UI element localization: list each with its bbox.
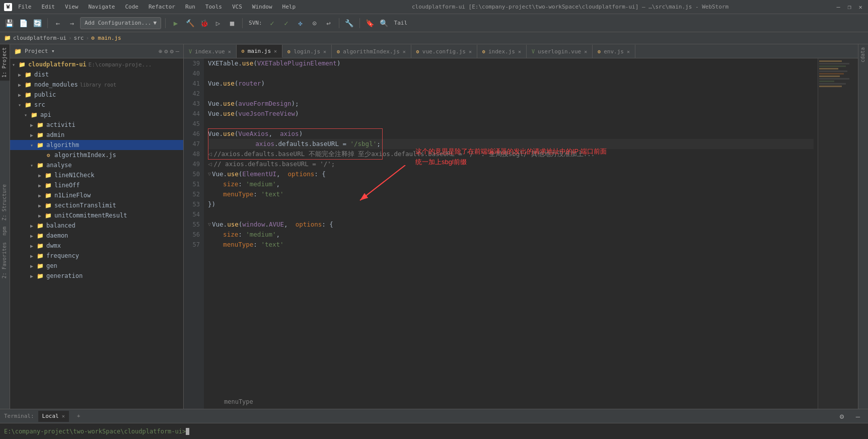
debug-icon[interactable]: 🐞: [198, 17, 210, 29]
tree-src[interactable]: ▾ 📁 src: [10, 100, 183, 110]
menu-vcs[interactable]: VCS: [230, 3, 244, 11]
project-settings-icon[interactable]: ⚙: [164, 48, 168, 55]
svn-history-icon[interactable]: ⊙: [309, 17, 321, 29]
breadcrumb-src[interactable]: src: [74, 35, 84, 41]
stop-icon[interactable]: ■: [226, 17, 238, 29]
code-line-52: menuType: 'text': [208, 189, 814, 199]
tree-admin[interactable]: ▶ 📁 admin: [10, 130, 183, 140]
coverage-icon[interactable]: ▷: [212, 17, 224, 29]
menu-code[interactable]: Code: [123, 3, 140, 11]
window-controls: — ❐ ✕: [835, 4, 864, 11]
minimize-button[interactable]: —: [835, 4, 842, 11]
tree-daemon[interactable]: ▶ 📁 daemon: [10, 231, 183, 241]
save-all-icon[interactable]: 📄: [17, 17, 29, 29]
terminal-content[interactable]: E:\company-project\two-workSpace\cloudpl…: [0, 423, 868, 439]
tab-index-vue[interactable]: V index.vue ✕: [184, 45, 237, 58]
tree-unitCommitmentResult[interactable]: ▶ 📁 unitCommitmentResult: [10, 210, 183, 221]
tree-dwmx[interactable]: ▶ 📁 dwmx: [10, 241, 183, 251]
menu-tools[interactable]: Tools: [203, 3, 224, 11]
tree-lineN1Check[interactable]: ▶ 📁 lineN1Check: [10, 170, 183, 180]
code-line-43: Vue.use(avueFormDesign);: [208, 99, 814, 109]
tree-analyse[interactable]: ▾ 📁 analyse: [10, 160, 183, 170]
tab-close-index-vue[interactable]: ✕: [228, 49, 231, 54]
tree-node-modules[interactable]: ▶ 📁 node_modules library root: [10, 80, 183, 90]
project-minimize-icon[interactable]: —: [176, 48, 179, 55]
back-icon[interactable]: ←: [52, 17, 64, 29]
maximize-button[interactable]: ❐: [846, 4, 853, 11]
terminal-close-icon[interactable]: ✕: [62, 413, 65, 419]
tree-sectionTranslimit[interactable]: ▶ 📁 sectionTranslimit: [10, 200, 183, 210]
cdata-tab[interactable]: cdata: [858, 44, 868, 65]
project-gear-icon[interactable]: ⚙: [170, 48, 174, 55]
tab-close-userlogin-vue[interactable]: ✕: [584, 49, 587, 54]
build-icon[interactable]: 🔨: [184, 17, 196, 29]
terminal-local-tab[interactable]: Local ✕: [38, 411, 69, 422]
search-icon[interactable]: 🔍: [378, 17, 390, 29]
editor-area: V index.vue ✕ ⚙ main.js ✕ ⚙ login.js ✕ ⚙…: [184, 44, 858, 409]
tree-api[interactable]: ▾ 📁 api: [10, 110, 183, 120]
tree-root[interactable]: ▾ 📁 cloudplatform-ui E:\company-proje...: [10, 59, 183, 69]
tree-algorithm-index[interactable]: ▶ ⚙ algorithmIndex.js: [10, 150, 183, 160]
tab-close-login-js[interactable]: ✕: [323, 49, 326, 54]
svn-update-icon[interactable]: ✤: [295, 17, 307, 29]
tab-vue-config[interactable]: ⚙ vue.config.js ✕: [411, 45, 477, 58]
svn-revert-icon[interactable]: ↩: [323, 17, 335, 29]
tab-env-js[interactable]: ⚙ env.js ✕: [593, 45, 635, 58]
tree-algorithm[interactable]: ▾ 📁 algorithm: [10, 140, 183, 150]
structure-tab[interactable]: Z: Structure: [0, 181, 10, 224]
menu-window[interactable]: Window: [250, 3, 274, 11]
run-icon[interactable]: ▶: [170, 17, 182, 29]
tab-main-js[interactable]: ⚙ main.js ✕: [237, 45, 282, 58]
close-button[interactable]: ✕: [857, 4, 864, 11]
terminal-cursor: [186, 428, 189, 435]
tree-n1LineFlow[interactable]: ▶ 📁 n1LineFlow: [10, 190, 183, 200]
settings-wrench-icon[interactable]: 🔧: [343, 17, 355, 29]
tab-algorithm-index[interactable]: ⚙ algorithmIndex.js ✕: [332, 45, 411, 58]
tab-login-js[interactable]: ⚙ login.js ✕: [282, 45, 332, 58]
code-content[interactable]: VXETable.use(VXETablePluginElement) Vue.…: [204, 58, 818, 409]
menu-navigate[interactable]: Navigate: [87, 3, 117, 11]
code-editor[interactable]: 39 40 41 42 43 44 45 46 47 48 49 50 51 5…: [184, 58, 858, 409]
breadcrumb-project[interactable]: cloudplatform-ui: [13, 35, 66, 41]
menu-edit[interactable]: Edit: [40, 3, 57, 11]
svn-check2-icon[interactable]: ✓: [280, 17, 293, 29]
tab-close-vue-config[interactable]: ✕: [469, 49, 472, 54]
tree-gen[interactable]: ▶ 📁 gen: [10, 261, 183, 271]
menu-refactor[interactable]: Refactor: [147, 3, 177, 11]
add-configuration-button[interactable]: Add Configuration... ▼: [80, 17, 161, 29]
project-tab[interactable]: 1: Project: [0, 44, 10, 81]
tab-close-env-js[interactable]: ✕: [627, 49, 630, 54]
npm-tab[interactable]: npm: [0, 224, 10, 239]
tab-index-js[interactable]: ⚙ index.js ✕: [477, 45, 527, 58]
terminal-settings-icon[interactable]: ⚙: [836, 410, 848, 422]
svn-check-icon[interactable]: ✓: [266, 17, 278, 29]
terminal-add-tab[interactable]: +: [73, 411, 85, 422]
bookmark-icon[interactable]: 🔖: [364, 17, 376, 29]
code-line-44: Vue.use(vueJsonTreeView): [208, 109, 814, 119]
project-scope-icon[interactable]: ⊕: [159, 48, 162, 55]
breadcrumb-file[interactable]: ⚙ main.js: [91, 35, 121, 41]
save-icon[interactable]: 💾: [3, 17, 15, 29]
code-line-40: [208, 68, 814, 79]
tree-balanced[interactable]: ▶ 📁 balanced: [10, 221, 183, 231]
tree-public[interactable]: ▶ 📁 public: [10, 90, 183, 100]
tree-frequency[interactable]: ▶ 📁 frequency: [10, 251, 183, 261]
tree-dist[interactable]: ▶ 📁 dist: [10, 69, 183, 80]
menu-file[interactable]: File: [16, 3, 34, 11]
code-line-54: [208, 209, 814, 220]
tree-generation[interactable]: ▶ 📁 generation: [10, 271, 183, 281]
tab-close-main-js[interactable]: ✕: [274, 48, 277, 54]
menu-run[interactable]: Run: [183, 3, 197, 11]
menu-view[interactable]: View: [63, 3, 81, 11]
menu-help[interactable]: Help: [280, 3, 298, 11]
tree-lineOff[interactable]: ▶ 📁 lineOff: [10, 180, 183, 190]
tree-activiti[interactable]: ▶ 📁 activiti: [10, 120, 183, 130]
sync-icon[interactable]: 🔄: [31, 17, 43, 29]
project-folder-icon: 📁: [14, 48, 22, 55]
tab-userlogin-vue[interactable]: V userlogin.vue ✕: [527, 45, 593, 58]
tab-close-index-js[interactable]: ✕: [518, 49, 521, 54]
terminal-minimize-icon[interactable]: —: [852, 410, 864, 422]
forward-icon[interactable]: →: [66, 17, 78, 29]
tab-close-algorithm-index[interactable]: ✕: [403, 49, 406, 54]
favorites-tab[interactable]: 2: Favorites: [0, 239, 10, 281]
